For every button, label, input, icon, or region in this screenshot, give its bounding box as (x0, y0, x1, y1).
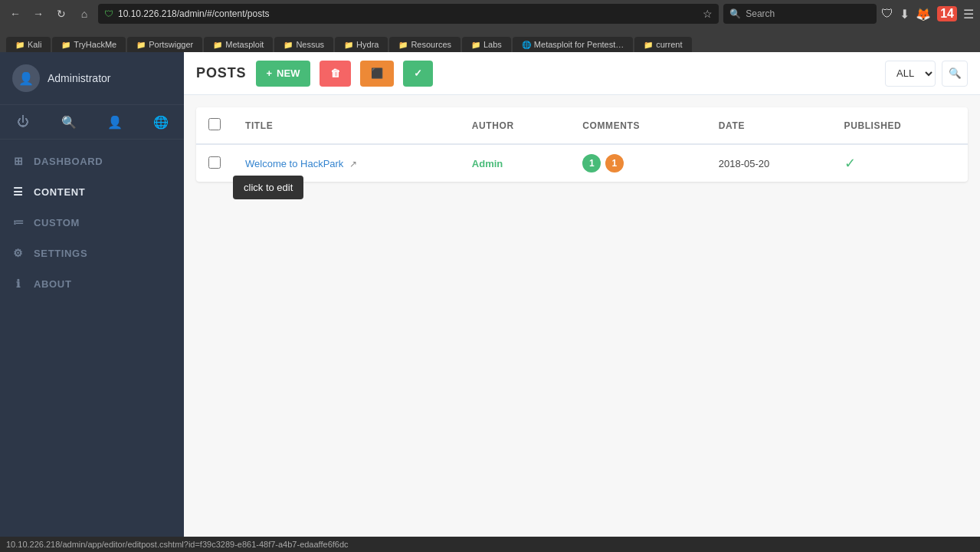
profile-icon[interactable]: 🦊 (916, 7, 931, 21)
author-cell: Admin (460, 144, 571, 182)
tab-nessus[interactable]: 📁 Nessus (274, 37, 333, 52)
sidebar-item-about[interactable]: ℹ ABOUT (0, 268, 184, 299)
user-icon: 👤 (107, 115, 123, 130)
notification-badge: 14 (937, 6, 957, 21)
tab-label: Hydra (356, 40, 379, 49)
published-checkmark: ✓ (844, 156, 856, 171)
publish-button[interactable]: ✓ (403, 61, 433, 87)
download-icon[interactable]: ⬇ (900, 7, 910, 21)
tab-icon: 🌐 (522, 41, 531, 49)
tab-resources[interactable]: 📁 Resources (389, 37, 461, 52)
custom-icon: ≔ (12, 216, 25, 228)
shield-icon[interactable]: 🛡 (881, 7, 893, 21)
sidebar-item-label: DASHBOARD (34, 156, 103, 167)
posts-toolbar: POSTS + NEW 🗑 ⬛ ✓ ALL (184, 52, 980, 95)
search-button[interactable]: 🔍 (46, 105, 92, 139)
tab-label: Kali (28, 40, 41, 49)
check-icon: ✓ (414, 67, 422, 79)
tab-labs[interactable]: 📁 Labs (462, 37, 511, 52)
table-search-button[interactable]: 🔍 (942, 61, 968, 87)
tab-metasploit[interactable]: 📁 Metasploit (204, 37, 273, 52)
tab-icon: 📁 (344, 41, 353, 49)
browser-tabs: 📁 Kali 📁 TryHackMe 📁 Portswigger 📁 Metas… (0, 28, 980, 52)
tab-label: Metasploit for Pentest… (534, 40, 624, 49)
forward-button[interactable]: → (29, 5, 48, 23)
tab-portswigger[interactable]: 📁 Portswigger (127, 37, 202, 52)
published-cell: ✓ (832, 144, 968, 182)
tab-icon: 📁 (398, 41, 408, 49)
tab-label: Resources (411, 40, 451, 49)
users-button[interactable]: 👤 (92, 105, 138, 139)
page-title: POSTS (196, 65, 247, 81)
refresh-button[interactable]: ↻ (52, 5, 70, 23)
delete-button[interactable]: 🗑 (320, 61, 351, 87)
sidebar-item-custom[interactable]: ≔ CUSTOM (0, 207, 184, 238)
username-label: Administrator (48, 72, 110, 84)
globe-button[interactable]: 🌐 (138, 105, 184, 139)
tab-label: Labs (483, 40, 502, 49)
tab-label: TryHackMe (74, 40, 116, 49)
posts-table: TITLE AUTHOR COMMENTS DATE PUBLISHED Wel… (196, 107, 968, 182)
tab-label: Nessus (296, 40, 324, 49)
table-container: TITLE AUTHOR COMMENTS DATE PUBLISHED Wel… (184, 95, 980, 552)
sidebar-item-label: SETTINGS (34, 248, 87, 259)
sidebar-item-label: CUSTOM (34, 217, 80, 228)
sidebar: 👤 Administrator ⏻ 🔍 👤 🌐 ⊞ DASHBOARD (0, 52, 184, 552)
tab-current[interactable]: 📁 current (634, 37, 691, 52)
pending-comments-badge[interactable]: 1 (605, 154, 624, 172)
tab-label: Portswigger (149, 40, 193, 49)
tab-icon: 📁 (644, 41, 653, 49)
date-column-header: DATE (706, 107, 832, 144)
search-bar[interactable]: 🔍 Search (723, 4, 877, 24)
move-button[interactable]: ⬛ (360, 61, 394, 87)
toolbar-icons: 🛡 ⬇ 🦊 14 ☰ (881, 6, 974, 21)
sidebar-icon-row: ⏻ 🔍 👤 🌐 (0, 105, 184, 140)
content-icon: ☰ (12, 186, 25, 198)
tab-icon: 📁 (15, 41, 25, 49)
tab-icon: 📁 (136, 41, 146, 49)
author-column-header: AUTHOR (460, 107, 571, 144)
bookmark-icon: ☆ (703, 8, 713, 20)
status-url: 10.10.226.218/admin/app/editor/editpost.… (6, 540, 349, 549)
toolbar-left: POSTS + NEW 🗑 ⬛ ✓ (196, 61, 433, 87)
url-display: 10.10.226.218/admin/#/content/posts (118, 8, 698, 19)
tooltip: click to edit (233, 176, 303, 199)
new-post-button[interactable]: + NEW (256, 61, 311, 87)
search-icon: 🔍 (949, 67, 962, 79)
dashboard-icon: ⊞ (12, 155, 25, 167)
sidebar-item-label: CONTENT (34, 186, 85, 198)
power-button[interactable]: ⏻ (0, 105, 46, 139)
search-icon: 🔍 (61, 115, 77, 130)
tab-icon: 📁 (61, 41, 70, 49)
tab-hydra[interactable]: 📁 Hydra (335, 37, 388, 52)
title-column-header: TITLE (233, 107, 460, 144)
select-all-checkbox[interactable] (208, 118, 221, 130)
avatar-icon: 👤 (18, 71, 34, 86)
sidebar-item-dashboard[interactable]: ⊞ DASHBOARD (0, 146, 184, 176)
sidebar-item-content[interactable]: ☰ CONTENT (0, 176, 184, 207)
post-title-link[interactable]: Welcome to HackPark (245, 158, 343, 169)
tab-metasploit-pentest[interactable]: 🌐 Metasploit for Pentest… (513, 37, 633, 52)
globe-icon: 🌐 (153, 115, 169, 130)
plus-icon: + (267, 67, 273, 79)
back-button[interactable]: ← (6, 5, 25, 23)
external-link-icon[interactable]: ↗ (349, 159, 357, 169)
author-link[interactable]: Admin (472, 158, 503, 169)
sidebar-item-settings[interactable]: ⚙ SETTINGS (0, 238, 184, 268)
tab-label: current (656, 40, 682, 49)
avatar: 👤 (12, 64, 40, 92)
row-checkbox[interactable] (208, 156, 221, 169)
move-icon: ⬛ (371, 67, 383, 79)
filter-select[interactable]: ALL (885, 61, 936, 87)
home-button[interactable]: ⌂ (75, 5, 93, 23)
main-content: POSTS + NEW 🗑 ⬛ ✓ ALL (184, 52, 980, 552)
post-title-cell: Welcome to HackPark ↗ click to edit (233, 144, 460, 182)
address-bar[interactable]: 🛡 10.10.226.218/admin/#/content/posts ☆ (98, 4, 719, 24)
sidebar-nav: ⊞ DASHBOARD ☰ CONTENT ≔ CUSTOM ⚙ SETTING… (0, 140, 184, 552)
menu-icon[interactable]: ☰ (963, 7, 974, 21)
approved-comments-badge[interactable]: 1 (582, 154, 601, 172)
sidebar-item-label: ABOUT (34, 278, 71, 290)
tab-tryhackme[interactable]: 📁 TryHackMe (52, 37, 126, 52)
search-icon: 🔍 (729, 8, 741, 19)
tab-kali[interactable]: 📁 Kali (6, 37, 51, 52)
